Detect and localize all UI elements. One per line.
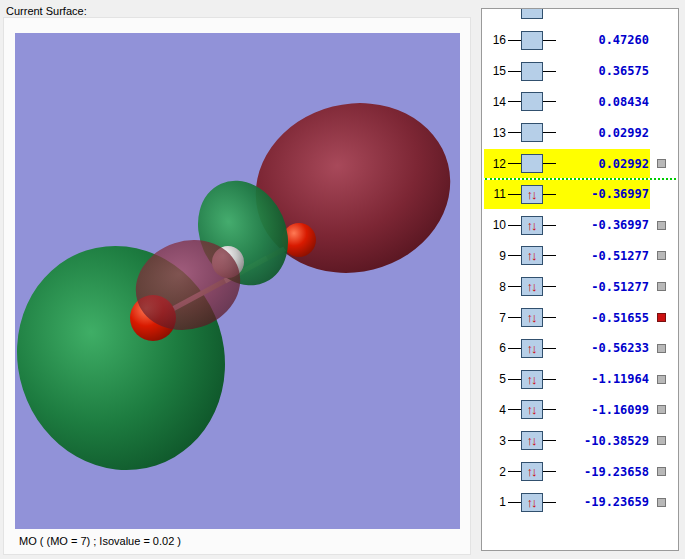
mo-energy-value: -10.38529 [556,434,649,448]
visualize-checkbox[interactable] [657,159,666,168]
electron-arrows-icon: ↑↓ [527,496,536,509]
visualize-checkbox[interactable] [657,344,666,353]
orbital-box-icon[interactable] [521,92,543,111]
mo-energy-value: 0.36575 [556,64,649,78]
visualize-checkbox[interactable] [657,282,666,291]
connector-line [508,409,521,410]
mo-row[interactable]: 1↑↓-19.23659 [482,487,678,518]
electron-arrows-icon: ↑↓ [527,465,536,478]
mo-row[interactable]: 9↑↓-0.51277 [482,241,678,272]
mo-energy-value: 0.02992 [556,126,649,140]
surface-caption: MO ( (MO = 7) ; Isovalue = 0.02 ) [19,535,181,547]
electron-arrows-icon: ↑↓ [527,403,536,416]
mo-row[interactable]: 5↑↓-1.11964 [482,364,678,395]
connector-line [508,379,521,380]
orbital-box-icon[interactable]: ↑↓ [521,431,543,450]
electron-arrows-icon: ↑↓ [527,219,536,232]
mo-list-panel: 160.47260150.36575140.08434130.02992120.… [481,8,679,551]
mo-row[interactable]: 2↑↓-19.23658 [482,456,678,487]
mo-number: 3 [482,434,506,448]
mo-energy-value: -19.23658 [556,465,649,479]
mo-energy-value: -1.16099 [556,403,649,417]
visualize-checkbox[interactable] [657,436,666,445]
connector-line [543,502,556,503]
connector-line [543,225,556,226]
connector-line [508,471,521,472]
mo-number: 4 [482,403,506,417]
mo-energy-value: -0.51277 [556,280,649,294]
mo-row[interactable]: 8↑↓-0.51277 [482,271,678,302]
electron-arrows-icon: ↑↓ [527,373,536,386]
visualize-checkbox[interactable] [657,221,666,230]
mo-row[interactable]: 120.02992 [482,148,678,179]
mo-number: 16 [482,33,506,47]
orbital-box-icon[interactable]: ↑↓ [521,246,543,265]
visualize-checkbox[interactable] [657,405,666,414]
mo-energy-value: 0.02992 [556,157,649,171]
connector-line [508,40,521,41]
connector-line [508,71,521,72]
mo-row[interactable]: 130.02992 [482,117,678,148]
orbital-box-icon[interactable] [521,154,543,173]
mo-energy-value: 0.08434 [556,95,649,109]
orbital-box-icon[interactable]: ↑↓ [521,400,543,419]
mo-energy-value: -0.51277 [556,249,649,263]
orbital-box-icon[interactable]: ↑↓ [521,462,543,481]
mo-energy-value: -19.23659 [556,495,649,509]
connector-line [543,255,556,256]
orbital-box-icon[interactable]: ↑↓ [521,277,543,296]
connector-line [543,409,556,410]
mo-number: 15 [482,64,506,78]
orbital-box-icon[interactable] [521,62,543,81]
orbital-box-icon[interactable]: ↑↓ [521,370,543,389]
connector-line [508,163,521,164]
connector-line [508,286,521,287]
mo-row[interactable]: 6↑↓-0.56233 [482,333,678,364]
orbital-box-icon[interactable] [521,123,543,142]
electron-arrows-icon: ↑↓ [527,342,536,355]
connector-line [543,163,556,164]
mo-energy-value: -0.51655 [556,311,649,325]
orbital-box-icon[interactable] [521,31,543,50]
visualize-checkbox[interactable] [657,498,666,507]
mo-number: 12 [482,157,506,171]
orbital-box-icon[interactable]: ↑↓ [521,185,543,204]
mo-energy-value: -1.11964 [556,372,649,386]
mo-row[interactable]: 10↑↓-0.36997 [482,210,678,241]
mo-surface-render [15,33,460,529]
visualize-checkbox[interactable] [657,467,666,476]
mo-row[interactable]: 11↑↓-0.36997 [482,179,678,210]
connector-line [508,255,521,256]
orbital-box-icon[interactable]: ↑↓ [521,493,543,512]
mo-row[interactable]: 4↑↓-1.16099 [482,395,678,426]
visualize-checkbox[interactable] [657,375,666,384]
surface-display-panel: MO ( (MO = 7) ; Isovalue = 0.02 ) [3,17,471,555]
orbital-box-icon[interactable]: ↑↓ [521,339,543,358]
mo-number: 7 [482,311,506,325]
mo-number: 10 [482,218,506,232]
mo-energy-value: 0.47260 [556,33,649,47]
connector-line [543,348,556,349]
mo-3d-viewport[interactable] [15,33,460,529]
connector-line [543,40,556,41]
orbital-box-icon[interactable]: ↑↓ [521,308,543,327]
orbital-box-icon[interactable]: ↑↓ [521,216,543,235]
connector-line [543,440,556,441]
connector-line [508,348,521,349]
visualize-checkbox[interactable] [657,313,666,322]
mo-row[interactable]: 7↑↓-0.51655 [482,302,678,333]
current-surface-label: Current Surface: [6,5,87,17]
mo-row[interactable]: 140.08434 [482,87,678,118]
connector-line [543,194,556,195]
mo-energy-value: -0.36997 [556,218,649,232]
connector-line [543,471,556,472]
mo-row[interactable]: 3↑↓-10.38529 [482,425,678,456]
mo-rows: 160.47260150.36575140.08434130.02992120.… [482,25,678,518]
mo-number: 9 [482,249,506,263]
electron-arrows-icon: ↑↓ [527,280,536,293]
visualize-checkbox[interactable] [657,251,666,260]
mo-number: 2 [482,465,506,479]
mo-row[interactable]: 160.47260 [482,25,678,56]
mo-row[interactable]: 150.36575 [482,56,678,87]
connector-line [543,101,556,102]
